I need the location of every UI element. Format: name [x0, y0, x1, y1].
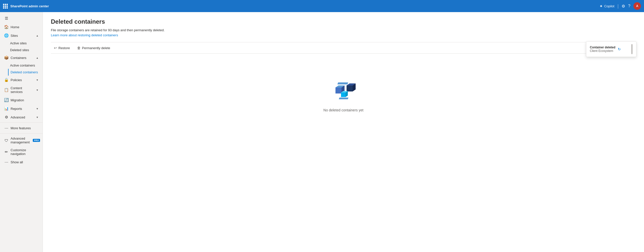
- chevron-down-icon-reports: ▼: [36, 107, 39, 110]
- sidebar-label-sites: Sites: [11, 34, 34, 38]
- main-content: Deleted containers File storage containe…: [43, 12, 644, 252]
- toast-content: Container deleted Client Ecosystem: [590, 46, 615, 53]
- content-services-icon: 📋: [4, 88, 9, 92]
- sidebar-item-customize-navigation[interactable]: ✏ Customize navigation: [0, 146, 43, 158]
- topbar-left: SharePoint admin center: [3, 4, 597, 9]
- sidebar-label-deleted-containers: Deleted containers: [11, 70, 39, 74]
- settings-icon[interactable]: ⚙: [622, 4, 625, 9]
- pro-badge: PRO: [33, 139, 40, 142]
- topbar: SharePoint admin center ✦ Copilot | ⚙ ? …: [0, 0, 644, 12]
- waffle-icon[interactable]: [3, 4, 8, 9]
- layout: ☰ 🏠 Home 🌐 Sites ▲ Active sites Deleted …: [0, 12, 644, 252]
- sidebar-label-active-containers: Active containers: [10, 64, 39, 67]
- permanently-delete-label: Permanently delete: [82, 46, 110, 50]
- sidebar-divider-2: [0, 133, 43, 134]
- sidebar-label-deleted-sites: Deleted sites: [10, 48, 39, 52]
- svg-marker-4: [335, 87, 342, 93]
- sidebar-label-advanced-management: Advanced management: [11, 137, 30, 144]
- page-title: Deleted containers: [51, 18, 636, 25]
- sidebar-label-advanced: Advanced: [11, 115, 34, 119]
- sidebar-item-migration[interactable]: 🔄 Migration: [0, 96, 43, 104]
- learn-more-link[interactable]: Learn more about restoring deleted conta…: [51, 33, 118, 37]
- sidebar-label-home: Home: [11, 25, 39, 29]
- sidebar-item-more-features[interactable]: ⋯ More features: [0, 124, 43, 132]
- empty-state-text: No deleted containers yet: [323, 108, 363, 112]
- sidebar-item-content-services[interactable]: 📋 Content services ▼: [0, 84, 43, 96]
- chevron-down-icon-advanced: ▼: [36, 116, 39, 119]
- advanced-icon: ⚙: [4, 115, 9, 119]
- permanently-delete-button[interactable]: 🗑 Permanently delete: [74, 44, 113, 51]
- sidebar: ☰ 🏠 Home 🌐 Sites ▲ Active sites Deleted …: [0, 12, 43, 252]
- topbar-divider: |: [617, 4, 619, 9]
- svg-marker-7: [341, 92, 346, 97]
- svg-marker-1: [347, 85, 353, 91]
- more-features-icon: ⋯: [4, 126, 9, 130]
- scroll-indicator: [631, 44, 633, 54]
- toast-subtitle: Client Ecosystem: [590, 49, 615, 53]
- hamburger-icon: ☰: [4, 16, 9, 21]
- hamburger-menu[interactable]: ☰: [0, 14, 43, 23]
- sidebar-item-advanced[interactable]: ⚙ Advanced ▼: [0, 113, 43, 121]
- sidebar-item-deleted-containers[interactable]: Deleted containers: [8, 69, 43, 76]
- svg-rect-10: [339, 98, 349, 99]
- sidebar-item-reports[interactable]: 📊 Reports ▼: [0, 104, 43, 113]
- customize-icon: ✏: [4, 150, 9, 154]
- sidebar-label-more-features: More features: [11, 126, 39, 130]
- sidebar-item-show-all[interactable]: ⋯ Show all: [0, 158, 43, 166]
- sidebar-label-policies: Policies: [11, 78, 34, 82]
- sidebar-item-containers[interactable]: 📦 Containers ▲: [0, 53, 43, 62]
- reports-icon: 📊: [4, 106, 9, 111]
- empty-state: No deleted containers yet: [51, 58, 636, 132]
- refresh-icon[interactable]: ↻: [618, 47, 621, 51]
- chevron-down-icon-content: ▼: [36, 89, 39, 91]
- avatar[interactable]: A: [633, 2, 641, 10]
- sidebar-item-active-sites[interactable]: Active sites: [8, 40, 43, 47]
- sidebar-label-customize-navigation: Customize navigation: [11, 148, 39, 156]
- sidebar-item-policies[interactable]: 🔒 Policies ▼: [0, 76, 43, 84]
- copilot-label: Copilot: [604, 4, 614, 8]
- sidebar-label-reports: Reports: [11, 107, 34, 111]
- app-title: SharePoint admin center: [10, 4, 49, 8]
- toast-title: Container deleted: [590, 46, 615, 49]
- chevron-up-icon-containers: ▲: [36, 56, 39, 59]
- sidebar-item-active-containers[interactable]: Active containers: [8, 62, 43, 69]
- sites-icon: 🌐: [4, 33, 9, 38]
- empty-illustration: [328, 78, 359, 103]
- sidebar-divider: [0, 122, 43, 123]
- copilot-button[interactable]: ✦ Copilot: [599, 4, 614, 9]
- sidebar-label-migration: Migration: [11, 98, 39, 102]
- notification-toast: Container deleted Client Ecosystem ↻: [586, 41, 636, 57]
- topbar-right: ✦ Copilot | ⚙ ? A: [599, 2, 641, 10]
- advanced-management-icon: 🛡: [4, 138, 9, 143]
- policies-icon: 🔒: [4, 78, 9, 82]
- sidebar-item-sites[interactable]: 🌐 Sites ▲: [0, 31, 43, 40]
- toolbar: ↩ Restore 🗑 Permanently delete: [51, 42, 636, 54]
- svg-rect-0: [337, 82, 348, 84]
- sidebar-item-home[interactable]: 🏠 Home: [0, 23, 43, 31]
- sites-submenu: Active sites Deleted sites: [0, 40, 43, 53]
- sidebar-label-show-all: Show all: [11, 160, 39, 164]
- sidebar-label-containers: Containers: [11, 56, 34, 60]
- restore-icon: ↩: [54, 46, 57, 50]
- restore-button[interactable]: ↩ Restore: [51, 44, 73, 51]
- sidebar-label-active-sites: Active sites: [10, 41, 39, 45]
- copilot-icon: ✦: [599, 4, 603, 9]
- sidebar-label-content-services: Content services: [11, 86, 34, 94]
- containers-submenu: Active containers Deleted containers: [0, 62, 43, 76]
- delete-icon: 🗑: [77, 46, 81, 50]
- help-icon[interactable]: ?: [628, 4, 630, 8]
- chevron-down-icon-policies: ▼: [36, 79, 39, 81]
- containers-icon: 📦: [4, 55, 9, 60]
- migration-icon: 🔄: [4, 98, 9, 102]
- sidebar-item-deleted-sites[interactable]: Deleted sites: [8, 47, 43, 53]
- subtitle-text: File storage containers are retained for…: [51, 28, 636, 32]
- show-all-icon: ⋯: [4, 160, 9, 164]
- restore-label: Restore: [58, 46, 70, 50]
- sidebar-item-advanced-management[interactable]: 🛡 Advanced management PRO: [0, 135, 43, 146]
- chevron-up-icon: ▲: [36, 34, 39, 37]
- home-icon: 🏠: [4, 25, 9, 29]
